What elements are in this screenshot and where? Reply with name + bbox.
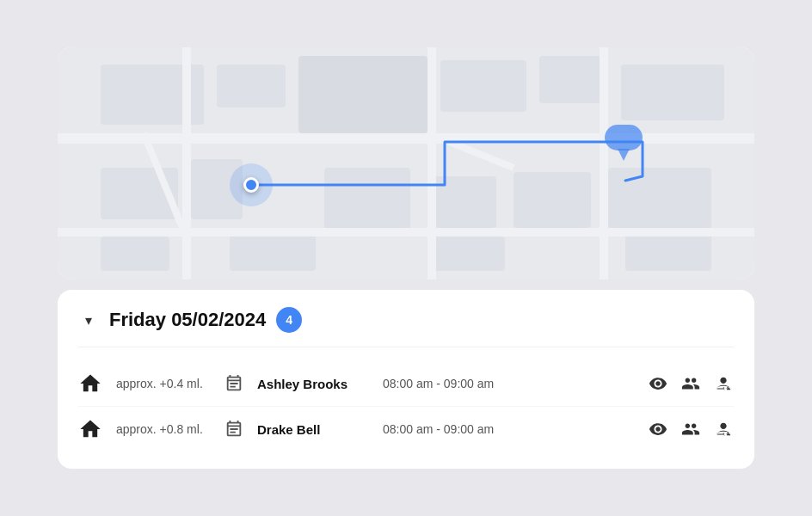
origin-dot	[243, 177, 259, 193]
date-title: Friday 05/02/2024	[109, 309, 266, 331]
action-icons	[648, 373, 734, 394]
dest-bubble	[605, 125, 643, 150]
person-check-icon[interactable]	[680, 373, 701, 394]
map-background	[58, 47, 754, 280]
calendar-icon	[225, 420, 243, 439]
person-name: Drake Bell	[257, 422, 369, 437]
collapse-chevron-icon[interactable]: ▾	[78, 310, 99, 330]
home-icon	[78, 372, 102, 396]
action-icons	[648, 419, 734, 439]
schedule-row: approx. +0.4 ml. Ashley Brooks 08:00 am …	[78, 361, 734, 407]
person-name: Ashley Brooks	[257, 377, 369, 391]
person-edit-icon[interactable]	[713, 373, 734, 394]
distance-text: approx. +0.4 ml.	[116, 377, 211, 390]
time-range: 08:00 am - 09:00 am	[383, 377, 634, 390]
calendar-icon	[225, 374, 243, 393]
person-check-icon[interactable]	[680, 419, 701, 439]
distance-text: approx. +0.8 ml.	[116, 422, 211, 436]
main-container: ▾ Friday 05/02/2024 4 approx. +0.4 ml. A…	[58, 47, 754, 469]
destination-pin	[605, 125, 643, 161]
view-icon[interactable]	[648, 419, 668, 439]
schedule-card: ▾ Friday 05/02/2024 4 approx. +0.4 ml. A…	[58, 290, 754, 469]
count-badge: 4	[276, 307, 302, 333]
person-edit-icon[interactable]	[713, 419, 734, 439]
home-icon	[78, 417, 102, 441]
dest-pointer	[618, 149, 630, 161]
origin-marker	[230, 163, 273, 206]
route-line-svg	[58, 47, 754, 280]
schedule-header: ▾ Friday 05/02/2024 4	[78, 307, 734, 347]
view-icon[interactable]	[648, 373, 668, 394]
time-range: 08:00 am - 09:00 am	[383, 422, 634, 436]
schedule-row: approx. +0.8 ml. Drake Bell 08:00 am - 0…	[78, 407, 734, 452]
map-card	[58, 47, 754, 280]
